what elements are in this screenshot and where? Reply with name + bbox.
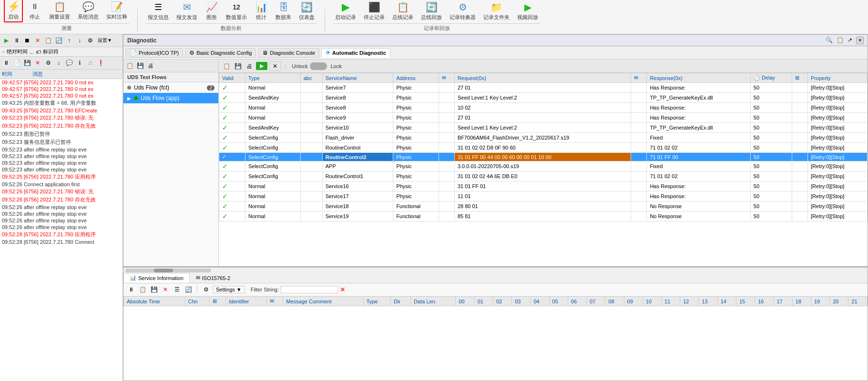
packet-info-button[interactable]: ☰ 报文信息: [145, 0, 171, 22]
table-row[interactable]: ✓NormalService17Physic11 01Has Response:…: [219, 191, 868, 201]
table-row[interactable]: ✓NormalService7Physic27 01Has Response:5…: [219, 83, 868, 93]
pause-icon[interactable]: ⏸: [12, 36, 21, 45]
col-valid: Valid: [219, 73, 245, 83]
bt-save-icon[interactable]: 💾: [149, 285, 159, 294]
bt-close-icon[interactable]: ✕: [161, 285, 170, 294]
uds-toolbar-btn2[interactable]: 💾: [135, 61, 145, 70]
table-row[interactable]: ✓NormalService9Physic27 01Has Response:5…: [219, 113, 868, 123]
log-warn-icon[interactable]: ⚠: [85, 58, 95, 68]
uds-toolbar-btn3[interactable]: 🖨: [146, 61, 155, 70]
graph-button[interactable]: 📈 图形: [203, 0, 221, 22]
uds-flow-item-0[interactable]: Uds Flow (fct) 2: [123, 82, 218, 93]
tab-console[interactable]: 🖥 Diagnostic Console: [258, 48, 319, 58]
uds-flow-item-1[interactable]: ▶ Uds Flow (app): [123, 93, 218, 103]
stop-button[interactable]: ⏸ 停止: [26, 0, 44, 22]
data-display-button[interactable]: 12 数值显示: [224, 0, 249, 22]
bt-col-08: 08: [605, 297, 624, 306]
log-chat-icon[interactable]: 💬: [64, 58, 74, 68]
diag-toolbar-icon2[interactable]: 📋: [837, 37, 844, 44]
table-row[interactable]: ✓NormalService16Physic31 01 FF 01Has Res…: [219, 181, 868, 191]
bottom-tab-service-info[interactable]: 📊 Service Information: [123, 273, 190, 283]
msg-item-10: 09:52:23 after offline replay stop eve: [0, 153, 123, 160]
log-pause-icon[interactable]: ⏸: [1, 58, 11, 68]
log-close-icon[interactable]: ✕: [33, 58, 42, 68]
record-converter-button[interactable]: ⚙ 记录转换器: [447, 0, 478, 22]
start-record-button[interactable]: ▶ 启动记录: [333, 0, 358, 22]
table-row[interactable]: ✓NormalService19Functional85 81No Respon…: [219, 211, 868, 221]
start-button[interactable]: ⚡ 启动: [4, 0, 23, 22]
packet-send-button[interactable]: ✉ 报文发送: [174, 0, 200, 22]
play-icon[interactable]: ▶: [1, 36, 11, 45]
table-row[interactable]: ✓NormalService18Functional28 80 01No Res…: [219, 201, 868, 211]
system-msg-button[interactable]: 💬 系统消息: [75, 0, 101, 22]
table-tool-btn1[interactable]: 📋: [222, 61, 231, 71]
uds-flow-list: Uds Flow (fct) 2 ▶ Uds Flow (app): [123, 82, 218, 266]
log-info-icon[interactable]: ℹ: [75, 58, 84, 68]
col-req-icon: ✉: [439, 73, 454, 83]
measure-settings-button[interactable]: 📋 测量设置: [47, 0, 72, 22]
log-copy-icon[interactable]: 📄: [12, 58, 21, 68]
copy-icon[interactable]: 📋: [43, 36, 53, 45]
filter-input[interactable]: [281, 286, 338, 293]
table-row[interactable]: ✓SeedAndKeyService10PhysicSeed Level:1 K…: [219, 123, 868, 133]
bt-col-06: 06: [568, 297, 586, 306]
bt-col-02: 02: [493, 297, 511, 306]
up-icon[interactable]: ↑: [64, 36, 74, 45]
diag-toolbar-icon3[interactable]: ↗: [848, 37, 852, 44]
bt-copy-icon[interactable]: 📋: [138, 285, 147, 294]
stop-icon[interactable]: ⏹: [22, 36, 32, 45]
stop-record-button[interactable]: ⬛ 停止记录: [361, 0, 387, 22]
stop-record-label: 停止记录: [364, 14, 385, 21]
lock-toggle[interactable]: [310, 62, 327, 70]
total-playback-button[interactable]: 🔄 总线回放: [419, 0, 444, 22]
dashboard-button[interactable]: 🔄 仪表盘: [296, 0, 317, 22]
bt-col-10: 10: [643, 297, 661, 306]
bt-pause-icon[interactable]: ⏸: [126, 285, 136, 294]
refresh-icon[interactable]: 🔃: [54, 36, 63, 45]
table-tool-btn3[interactable]: 🖨: [245, 61, 254, 71]
bt-col-17: 17: [774, 297, 792, 306]
settings-dropdown[interactable]: 设置▼: [96, 36, 114, 45]
table-row[interactable]: ✓SelectConfigRoutineControl1Physic31 01 …: [219, 171, 868, 181]
table-row[interactable]: ✓SelectConfigAPPPhysic3.0.0.01-20220705-…: [219, 161, 868, 171]
database-button[interactable]: 🗄 数据库: [273, 0, 294, 22]
settings-dropdown-btn[interactable]: Settings ▼: [213, 286, 245, 293]
record-file-button[interactable]: 📁 记录文件夹: [481, 0, 512, 22]
total-line-button[interactable]: 📋 总线记录: [390, 0, 416, 22]
realtime-note-button[interactable]: 📝 实时注释: [104, 0, 130, 22]
run-button[interactable]: ▶: [256, 62, 267, 70]
settings-icon[interactable]: ⚙: [85, 36, 95, 45]
tab-auto-diag[interactable]: ✈ Automatic Diagnostic: [321, 48, 390, 58]
table-row[interactable]: ✓SelectConfigFlash_driverPhysicBF7006AM6…: [219, 133, 868, 143]
log-down-icon[interactable]: ↓: [54, 58, 63, 68]
video-playback-button[interactable]: ▶ 视频回放: [515, 0, 541, 22]
diag-toolbar-icon1[interactable]: 🔍: [826, 37, 833, 44]
graph-icon: 📈: [205, 0, 218, 14]
close-icon[interactable]: ✕: [33, 36, 42, 45]
msg-item-5: 09:52:23 [6756] 2022.7.21.780 错误: 无: [0, 114, 123, 122]
filter-clear-btn[interactable]: ✕: [340, 286, 346, 293]
tab-protocol[interactable]: 📄 Protocol(ICO TP): [125, 48, 183, 58]
ellipsis: ...: [30, 49, 34, 55]
bt-list-icon[interactable]: ☰: [172, 285, 182, 294]
table-row[interactable]: ✓SelectConfigRoutineControlPhysic31 01 0…: [219, 143, 868, 153]
bt-refresh-icon[interactable]: 🔄: [184, 285, 193, 294]
table-row[interactable]: ✓NormalService8Physic10 02Has Response:5…: [219, 103, 868, 113]
bottom-tab-iso[interactable]: ✉ ISO15765-2: [190, 273, 236, 283]
table-tool-btn2[interactable]: 💾: [233, 61, 243, 71]
diag-close-btn[interactable]: ✕: [856, 37, 864, 44]
log-settings-icon[interactable]: ⚙: [43, 58, 53, 68]
bt-col-01: 01: [474, 297, 493, 306]
col-property: Property: [808, 73, 868, 83]
stats-button[interactable]: 📊 统计: [252, 0, 270, 22]
uds-toolbar-btn1[interactable]: 📋: [125, 61, 134, 70]
tab-basic-config[interactable]: ⚙ Basic Diagnostic Config: [185, 48, 256, 58]
log-error-icon[interactable]: ❗: [96, 58, 105, 68]
diag-content: 📋 💾 🖨 UDS Test Flows Uds Flow (fct) 2: [123, 60, 868, 381]
down-icon[interactable]: ↓: [75, 36, 84, 45]
table-row[interactable]: ✓SeedAndKeyService8PhysicSeed Level:1 Ke…: [219, 93, 868, 103]
bt-settings-icon[interactable]: ⚙: [201, 285, 211, 294]
stop-x-button[interactable]: ✕: [269, 61, 281, 71]
log-save-icon[interactable]: 💾: [22, 58, 32, 68]
table-row-selected[interactable]: ✓SelectConfigRoutineControl2Physic31 01 …: [219, 153, 868, 161]
